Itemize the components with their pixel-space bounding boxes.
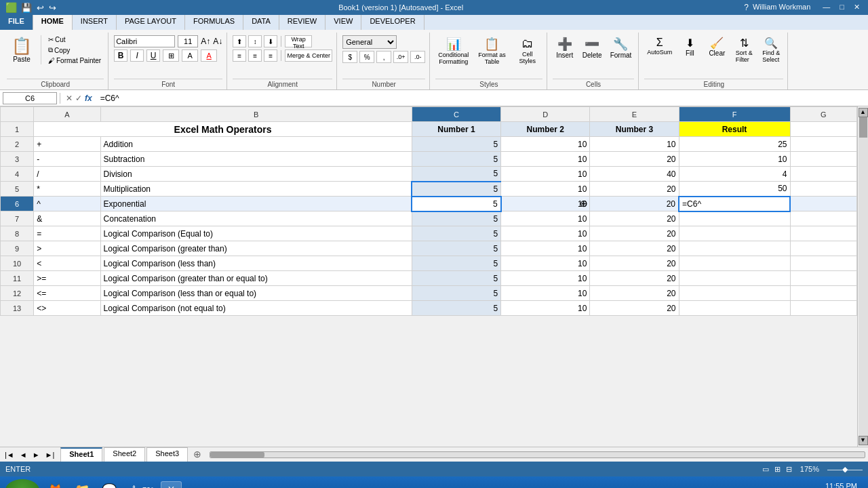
cell-F13[interactable] <box>679 301 790 316</box>
cell-B5[interactable]: Multiplication <box>100 182 412 197</box>
font-size-input[interactable] <box>178 35 198 47</box>
clear-button[interactable]: 🧹 Clear <box>705 35 729 58</box>
cell-C6[interactable]: 5 <box>412 197 500 211</box>
cell-D9[interactable]: 10 <box>501 241 590 256</box>
cell-B4[interactable]: Division <box>100 167 412 182</box>
row-header-1[interactable]: 1 <box>1 122 34 137</box>
cell-G13[interactable] <box>790 301 856 316</box>
cell-A11[interactable]: >= <box>34 271 100 286</box>
cell-A7[interactable]: & <box>34 211 100 226</box>
row-header-8[interactable]: 8 <box>1 226 34 241</box>
cell-E7[interactable]: 20 <box>590 211 679 226</box>
page-layout-view-icon[interactable]: ⊞ <box>774 465 781 474</box>
cell-G7[interactable] <box>790 211 856 226</box>
format-button[interactable]: 🔧 Format <box>608 35 635 60</box>
col-header-G[interactable]: G <box>790 107 856 122</box>
cell-C13[interactable]: 5 <box>412 301 500 316</box>
cell-E8[interactable]: 20 <box>590 226 679 241</box>
align-left-button[interactable]: ≡ <box>233 49 246 62</box>
cell-E13[interactable]: 20 <box>590 301 679 316</box>
col-header-B[interactable]: B <box>100 107 412 122</box>
row-header-11[interactable]: 11 <box>1 271 34 286</box>
normal-view-icon[interactable]: ▭ <box>762 465 769 474</box>
cell-F9[interactable] <box>679 241 790 256</box>
percent-button[interactable]: % <box>359 51 374 63</box>
row-header-6[interactable]: 6 <box>1 197 34 211</box>
font-color-button[interactable]: A <box>201 49 217 62</box>
row-header-5[interactable]: 5 <box>1 182 34 197</box>
font-size-increase-button[interactable]: A↑ <box>201 37 210 46</box>
start-button[interactable]: ⊞ <box>5 479 39 488</box>
cell-B8[interactable]: Logical Comparison (Equal to) <box>100 226 412 241</box>
cell-E12[interactable]: 20 <box>590 286 679 301</box>
row-header-10[interactable]: 10 <box>1 256 34 271</box>
scroll-up-button[interactable]: ▲ <box>859 108 868 117</box>
taskbar-skype[interactable]: 💬 <box>96 480 122 488</box>
cell-D11[interactable]: 10 <box>501 271 590 286</box>
col-header-D[interactable]: D <box>501 107 590 122</box>
cut-button[interactable]: ✂ Cut <box>45 35 104 44</box>
row-header-2[interactable]: 2 <box>1 137 34 152</box>
align-bottom-button[interactable]: ⬇ <box>264 35 277 47</box>
cell-E5[interactable]: 20 <box>590 182 679 197</box>
border-button[interactable]: ⊞ <box>163 49 179 62</box>
cell-F12[interactable] <box>679 286 790 301</box>
insert-button[interactable]: ➕ Insert <box>553 35 577 60</box>
cell-E9[interactable]: 20 <box>590 241 679 256</box>
col-header-A[interactable]: A <box>34 107 100 122</box>
sheet-nav-last[interactable]: ►| <box>43 451 57 459</box>
cancel-icon[interactable]: ✕ <box>66 94 73 103</box>
col-header-C[interactable]: C <box>412 107 500 122</box>
sheet-tab-1[interactable]: Sheet1 <box>60 447 102 462</box>
format-painter-button[interactable]: 🖌 Format Painter <box>45 56 104 65</box>
cell-A3[interactable]: - <box>34 152 100 167</box>
cell-D12[interactable]: 10 <box>501 286 590 301</box>
horizontal-scroll-thumb[interactable] <box>210 452 264 458</box>
cell-G1[interactable] <box>790 122 856 137</box>
tab-formulas[interactable]: FORMULAS <box>185 15 243 30</box>
cell-B11[interactable]: Logical Comparison (greater than or equa… <box>100 271 412 286</box>
copy-button[interactable]: ⧉ Copy <box>45 45 104 55</box>
tab-home[interactable]: HOME <box>33 15 73 30</box>
cell-C7[interactable]: 5 <box>412 211 500 226</box>
font-family-input[interactable] <box>114 35 175 47</box>
cell-C12[interactable]: 5 <box>412 286 500 301</box>
save-icon[interactable]: 💾 <box>20 2 33 14</box>
comma-button[interactable]: , <box>376 51 391 63</box>
cell-C1[interactable]: Number 1 <box>412 122 500 137</box>
sheet-nav-prev[interactable]: ◄ <box>18 451 29 459</box>
cell-D3[interactable]: 10 <box>501 152 590 167</box>
horizontal-scrollbar[interactable] <box>210 451 865 458</box>
row-header-9[interactable]: 9 <box>1 241 34 256</box>
tab-developer[interactable]: DEVELOPER <box>361 15 424 30</box>
taskbar-weather[interactable]: 🌡 79° <box>123 481 159 488</box>
sheet-nav-next[interactable]: ► <box>31 451 42 459</box>
sheet-tab-2[interactable]: Sheet2 <box>104 447 145 462</box>
tab-insert[interactable]: INSERT <box>73 15 117 30</box>
cell-B12[interactable]: Logical Comparison (less than or equal t… <box>100 286 412 301</box>
cell-reference-box[interactable] <box>3 92 57 104</box>
taskbar-excel[interactable]: X <box>161 481 182 488</box>
cell-C10[interactable]: 5 <box>412 256 500 271</box>
cell-A5[interactable]: * <box>34 182 100 197</box>
cell-C9[interactable]: 5 <box>412 241 500 256</box>
tab-view[interactable]: VIEW <box>326 15 361 30</box>
cell-D7[interactable]: 10 <box>501 211 590 226</box>
cell-A6[interactable]: ^ <box>34 197 100 211</box>
cell-D2[interactable]: 10 <box>501 137 590 152</box>
cell-styles-button[interactable]: 🗂 CellStyles <box>513 35 542 66</box>
cell-D1[interactable]: Number 2 <box>501 122 590 137</box>
currency-button[interactable]: $ <box>342 51 357 63</box>
confirm-icon[interactable]: ✓ <box>75 94 82 103</box>
cell-A13[interactable]: <> <box>34 301 100 316</box>
row-header-3[interactable]: 3 <box>1 152 34 167</box>
redo-icon[interactable]: ↪ <box>47 2 58 14</box>
tab-data[interactable]: DATA <box>243 15 279 30</box>
bold-button[interactable]: B <box>114 49 127 62</box>
cell-E2[interactable]: 10 <box>590 137 679 152</box>
cell-D5[interactable]: 10 <box>501 182 590 197</box>
cell-C4[interactable]: 5 <box>412 167 500 182</box>
help-icon[interactable]: ? <box>744 3 749 12</box>
cell-G8[interactable] <box>790 226 856 241</box>
cell-C5[interactable]: 5 <box>412 182 500 197</box>
